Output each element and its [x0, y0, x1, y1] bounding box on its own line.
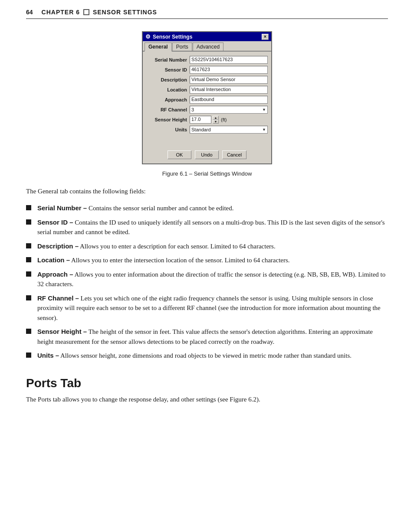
bullet-text-approach: Approach – Allows you to enter informati…: [37, 270, 388, 289]
list-item-approach: Approach – Allows you to enter informati…: [26, 270, 388, 289]
bullet-icon: [26, 219, 31, 225]
form-row-units: Units Standard ▼: [146, 126, 268, 134]
sensor-height-spinners: ▲ ▼: [213, 116, 219, 124]
ok-button[interactable]: OK: [168, 150, 191, 159]
bullet-icon: [26, 257, 31, 262]
rf-channel-value: 3: [191, 107, 194, 112]
page-number: 64: [26, 9, 33, 16]
sensor-id-value[interactable]: 4617623: [190, 66, 268, 74]
bullet-desc: Allows you to enter a description for ea…: [80, 243, 276, 250]
bullet-desc: Contains the sensor serial number and ca…: [89, 205, 234, 212]
bullet-desc: Lets you set which one of the eight radi…: [37, 295, 381, 321]
bullet-icon: [26, 352, 31, 358]
dialog-title: Sensor Settings: [153, 34, 192, 40]
location-value[interactable]: Virtual Intersection: [190, 86, 268, 94]
section-title: SENSOR SETTINGS: [93, 9, 157, 16]
rf-channel-arrow-icon: ▼: [262, 108, 266, 112]
tab-advanced[interactable]: Advanced: [193, 42, 223, 51]
intro-text: The General tab contains the following f…: [26, 186, 388, 196]
gear-icon: ⚙: [145, 33, 151, 40]
figure-caption: Figure 6.1 – Serial Settings Window: [26, 170, 388, 177]
undo-button[interactable]: Undo: [195, 150, 219, 159]
sensor-height-input[interactable]: 17.0: [190, 116, 211, 124]
bullet-text-units: Units – Allows sensor height, zone dimen…: [37, 351, 388, 361]
sensor-height-unit: (ft): [221, 117, 227, 122]
bullet-text-rf-channel: RF Channel – Lets you set which one of t…: [37, 294, 388, 323]
dialog-title-left: ⚙ Sensor Settings: [145, 33, 192, 40]
bullet-desc: The height of the sensor in feet. This v…: [37, 328, 373, 345]
units-value: Standard: [191, 127, 211, 132]
page: 64 CHAPTER 6 SENSOR SETTINGS ⚙ Sensor Se…: [0, 0, 414, 532]
bullet-term: Serial Number –: [37, 204, 87, 212]
list-item-sensor-height: Sensor Height – The height of the sensor…: [26, 327, 388, 346]
serial-number-label: Serial Number: [146, 57, 190, 62]
close-button[interactable]: ×: [262, 34, 269, 40]
approach-label: Approach: [146, 97, 190, 102]
ports-intro-text: The Ports tab allows you to change the r…: [26, 395, 388, 405]
description-value[interactable]: Virtual Demo Sensor: [190, 76, 268, 84]
bullet-icon: [26, 271, 31, 277]
ports-tab-heading: Ports Tab: [26, 376, 388, 390]
serial-number-value[interactable]: SS225V104617623: [190, 56, 268, 64]
bullet-icon: [26, 243, 31, 248]
bullet-desc: Contains the ID used to uniquely identif…: [37, 219, 385, 236]
bullet-icon: [26, 205, 31, 210]
form-row-rf-channel: RF Channel 3 ▼: [146, 106, 268, 114]
chapter-separator: [83, 9, 89, 15]
description-label: Description: [146, 77, 190, 82]
bullet-term: RF Channel –: [37, 294, 79, 302]
bullet-text-description: Description – Allows you to enter a desc…: [37, 242, 388, 251]
sensor-settings-dialog: ⚙ Sensor Settings × General Ports Advanc…: [142, 31, 272, 164]
bullet-text-sensor-id: Sensor ID – Contains the ID used to uniq…: [37, 218, 388, 237]
bullet-term: Approach –: [37, 271, 73, 278]
dialog-body: Serial Number SS225V104617623 Sensor ID …: [143, 52, 271, 148]
bullet-text-location: Location – Allows you to enter the inter…: [37, 255, 388, 265]
bullet-list: Serial Number – Contains the sensor seri…: [26, 203, 388, 361]
form-row-serial-number: Serial Number SS225V104617623: [146, 56, 268, 64]
list-item-units: Units – Allows sensor height, zone dimen…: [26, 351, 388, 361]
bullet-icon: [26, 295, 31, 300]
form-row-approach: Approach Eastbound: [146, 96, 268, 104]
bullet-term: Sensor ID –: [37, 219, 73, 226]
list-item-location: Location – Allows you to enter the inter…: [26, 255, 388, 265]
bullet-text-sensor-height: Sensor Height – The height of the sensor…: [37, 327, 388, 346]
bullet-icon: [26, 329, 31, 334]
dialog-footer: OK Undo Cancel: [143, 148, 271, 163]
approach-value[interactable]: Eastbound: [190, 96, 268, 104]
sensor-id-label: Sensor ID: [146, 67, 190, 72]
bullet-desc: Allows sensor height, zone dimensions an…: [60, 352, 352, 359]
dialog-tabs: General Ports Advanced: [143, 41, 271, 52]
dialog-titlebar: ⚙ Sensor Settings ×: [143, 32, 271, 41]
bullet-desc: Allows you to enter the intersection loc…: [71, 257, 290, 264]
sensor-height-label: Sensor Height: [146, 117, 190, 122]
list-item-description: Description – Allows you to enter a desc…: [26, 242, 388, 251]
sensor-height-spin: 17.0 ▲ ▼ (ft): [190, 116, 268, 124]
dialog-spacer: [146, 136, 268, 144]
units-arrow-icon: ▼: [262, 127, 266, 132]
bullet-term: Units –: [37, 352, 59, 359]
form-row-sensor-height: Sensor Height 17.0 ▲ ▼ (ft): [146, 116, 268, 124]
cancel-button[interactable]: Cancel: [222, 150, 246, 159]
sensor-height-down-button[interactable]: ▼: [213, 120, 219, 124]
bullet-desc: Allows you to enter information about th…: [37, 271, 385, 288]
form-row-description: Description Virtual Demo Sensor: [146, 76, 268, 84]
bullet-term: Sensor Height –: [37, 328, 87, 335]
dialog-container: ⚙ Sensor Settings × General Ports Advanc…: [26, 31, 388, 164]
bullet-text-serial-number: Serial Number – Contains the sensor seri…: [37, 203, 388, 213]
form-row-sensor-id: Sensor ID 4617623: [146, 66, 268, 74]
list-item-sensor-id: Sensor ID – Contains the ID used to uniq…: [26, 218, 388, 237]
tab-general[interactable]: General: [145, 42, 172, 52]
tab-ports[interactable]: Ports: [172, 42, 192, 51]
units-select[interactable]: Standard ▼: [190, 126, 268, 134]
sensor-height-up-button[interactable]: ▲: [213, 116, 219, 120]
location-label: Location: [146, 87, 190, 92]
rf-channel-select[interactable]: 3 ▼: [190, 106, 268, 114]
list-item-rf-channel: RF Channel – Lets you set which one of t…: [26, 294, 388, 323]
rf-channel-label: RF Channel: [146, 107, 190, 112]
bullet-term: Location –: [37, 256, 70, 264]
list-item-serial-number: Serial Number – Contains the sensor seri…: [26, 203, 388, 213]
units-label: Units: [146, 127, 190, 132]
form-row-location: Location Virtual Intersection: [146, 86, 268, 94]
page-header: 64 CHAPTER 6 SENSOR SETTINGS: [26, 9, 388, 19]
bullet-term: Description –: [37, 242, 79, 250]
